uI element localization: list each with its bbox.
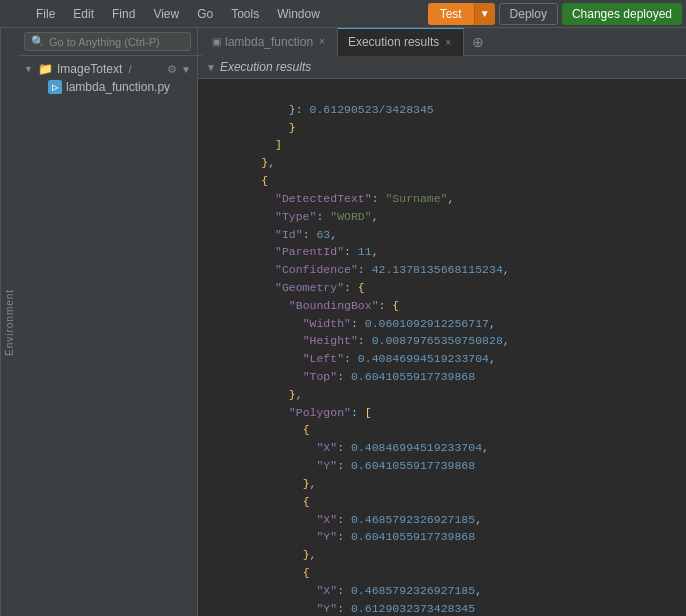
tab-label-1: lambda_function: [225, 35, 313, 49]
changes-deployed-button[interactable]: Changes deployed: [562, 3, 682, 25]
code-line-28: "X": 0.4685792326927185,: [206, 584, 482, 597]
code-line-13: "Width": 0.0601092912256717,: [206, 317, 496, 330]
results-title: Execution results: [220, 60, 311, 74]
code-line-5: {: [206, 174, 268, 187]
results-header: ▼ Execution results: [198, 56, 686, 79]
code-line-3: ]: [206, 138, 282, 151]
test-button-group: Test ▼: [428, 3, 495, 25]
menu-bar: File Edit Find View Go Tools Window Test…: [0, 0, 686, 28]
menu-file[interactable]: File: [28, 5, 63, 23]
lambda-file-name: lambda_function.py: [66, 80, 170, 94]
gear-icon[interactable]: ⚙: [167, 63, 177, 76]
code-line-9: "ParentId": 11,: [206, 245, 379, 258]
menu-bar-right: Test ▼ Deploy Changes deployed: [428, 3, 682, 25]
menu-find[interactable]: Find: [104, 5, 143, 23]
results-expand-arrow[interactable]: ▼: [206, 62, 216, 73]
tab-file-icon-1: ▣: [212, 36, 221, 47]
project-name: ImageTotext: [57, 62, 122, 76]
code-line-11: "Geometry": {: [206, 281, 365, 294]
results-panel[interactable]: ▼ Execution results }: 0.61290523/342834…: [198, 56, 686, 616]
tab-add-button[interactable]: ⊕: [464, 30, 492, 54]
lambda-file-item[interactable]: ▷ lambda_function.py: [18, 78, 197, 96]
code-line-22: },: [206, 477, 316, 490]
tabs-bar: ▣ lambda_function × Execution results × …: [198, 28, 686, 56]
main-layout: Environment 🔍 ▼ 📁 ImageTotext / ⚙ ▼ ▷ la…: [0, 28, 686, 616]
code-line-14: "Height": 0.00879765350750828,: [206, 334, 510, 347]
search-input[interactable]: [49, 36, 184, 48]
code-line-12: "BoundingBox": {: [206, 299, 399, 312]
code-line-4: },: [206, 156, 275, 169]
code-line-7: "Type": "WORD",: [206, 210, 379, 223]
code-line-17: },: [206, 388, 303, 401]
tab-close-1[interactable]: ×: [317, 36, 327, 47]
code-line-1: }: 0.61290523/3428345: [206, 103, 434, 116]
folder-icon: 📁: [38, 62, 53, 76]
menu-edit[interactable]: Edit: [65, 5, 102, 23]
code-line-2: }: [206, 121, 296, 134]
deploy-button[interactable]: Deploy: [499, 3, 558, 25]
code-line-6: "DetectedText": "Surname",: [206, 192, 454, 205]
tab-execution-results[interactable]: Execution results ×: [338, 28, 464, 56]
project-folder-item[interactable]: ▼ 📁 ImageTotext / ⚙ ▼: [18, 60, 197, 78]
code-line-10: "Confidence": 42.1378135668115234,: [206, 263, 510, 276]
code-line-25: "Y": 0.6041055917739868: [206, 530, 475, 543]
menu-tools[interactable]: Tools: [223, 5, 267, 23]
code-line-15: "Left": 0.40846994519233704,: [206, 352, 496, 365]
file-tree: ▼ 📁 ImageTotext / ⚙ ▼ ▷ lambda_function.…: [18, 56, 197, 616]
code-line-16: "Top": 0.6041055917739868: [206, 370, 475, 383]
menu-window[interactable]: Window: [269, 5, 328, 23]
menu-bar-left: File Edit Find View Go Tools Window: [4, 5, 426, 23]
menu-go[interactable]: Go: [189, 5, 221, 23]
project-separator: /: [128, 63, 131, 75]
code-line-20: "X": 0.40846994519233704,: [206, 441, 489, 454]
python-file-icon: ▷: [48, 80, 62, 94]
gear-dropdown-icon[interactable]: ▼: [181, 64, 191, 75]
test-dropdown-button[interactable]: ▼: [474, 3, 495, 25]
code-line-18: "Polygon": [: [206, 406, 372, 419]
tree-expand-arrow: ▼: [24, 64, 34, 74]
tab-label-2: Execution results: [348, 35, 439, 49]
menu-view[interactable]: View: [145, 5, 187, 23]
search-icon: 🔍: [31, 35, 45, 48]
tab-lambda-function[interactable]: ▣ lambda_function ×: [202, 28, 338, 56]
code-line-8: "Id": 63,: [206, 228, 337, 241]
code-line-23: {: [206, 495, 310, 508]
code-line-19: {: [206, 423, 310, 436]
code-line-26: },: [206, 548, 316, 561]
tab-close-2[interactable]: ×: [443, 37, 453, 48]
code-line-24: "X": 0.4685792326927185,: [206, 513, 482, 526]
code-line-27: {: [206, 566, 310, 579]
search-bar: 🔍: [18, 28, 197, 56]
code-content: }: 0.61290523/3428345 } ] }, { "Detected…: [198, 79, 686, 616]
search-input-wrap: 🔍: [24, 32, 191, 51]
app-icon: [4, 5, 22, 23]
editor-area: ▣ lambda_function × Execution results × …: [198, 28, 686, 616]
code-line-29: "Y": 0.6129032373428345: [206, 602, 475, 615]
file-explorer: 🔍 ▼ 📁 ImageTotext / ⚙ ▼ ▷ lambda_functio…: [18, 28, 198, 616]
environment-label: Environment: [0, 28, 18, 616]
code-line-21: "Y": 0.6041055917739868: [206, 459, 475, 472]
test-button[interactable]: Test: [428, 3, 474, 25]
